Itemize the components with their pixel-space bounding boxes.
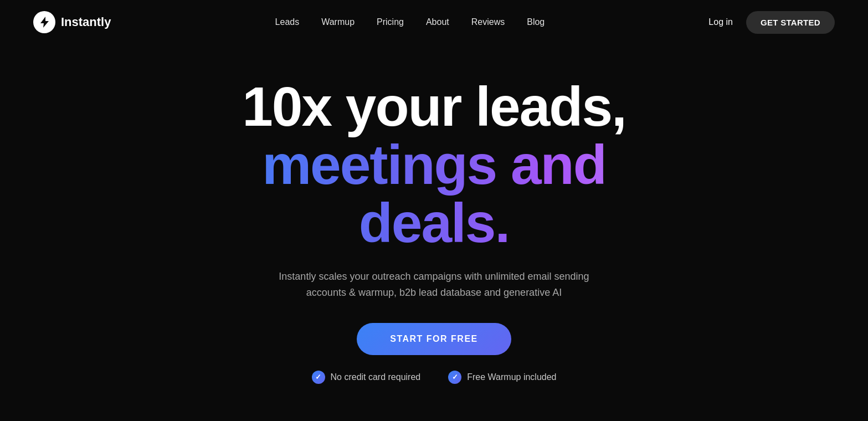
nav-warmup[interactable]: Warmup [321,17,355,27]
nav-reviews[interactable]: Reviews [471,17,505,27]
logo-icon [33,11,55,33]
trust-badges: No credit card required Free Warmup incl… [312,371,557,384]
nav-about[interactable]: About [426,17,449,27]
trust-label-free-warmup: Free Warmup included [467,372,556,382]
hero-subtext: Instantly scales your outreach campaigns… [263,269,606,301]
nav-leads[interactable]: Leads [275,17,300,27]
brand-logo[interactable]: Instantly [33,11,111,33]
get-started-button[interactable]: GET STARTED [746,11,835,34]
nav-right: Log in GET STARTED [708,11,835,34]
hero-headline-line1: 10x your leads, [185,78,684,136]
cta-button[interactable]: START FOR FREE [357,323,511,355]
brand-name: Instantly [61,15,111,29]
login-button[interactable]: Log in [708,17,733,27]
check-icon-no-credit-card [312,371,325,384]
svg-marker-0 [40,17,49,28]
hero-section: 10x your leads, meetings and deals. Inst… [0,44,868,384]
nav-blog[interactable]: Blog [527,17,545,27]
trust-item-free-warmup: Free Warmup included [448,371,556,384]
nav-pricing[interactable]: Pricing [377,17,404,27]
hero-headline-line2: meetings and deals. [185,136,684,252]
hero-headline: 10x your leads, meetings and deals. [185,78,684,252]
trust-item-no-credit-card: No credit card required [312,371,421,384]
trust-label-no-credit-card: No credit card required [331,372,421,382]
nav-links: Leads Warmup Pricing About Reviews Blog [275,17,545,27]
check-icon-free-warmup [448,371,461,384]
navbar: Instantly Leads Warmup Pricing About Rev… [0,0,868,44]
